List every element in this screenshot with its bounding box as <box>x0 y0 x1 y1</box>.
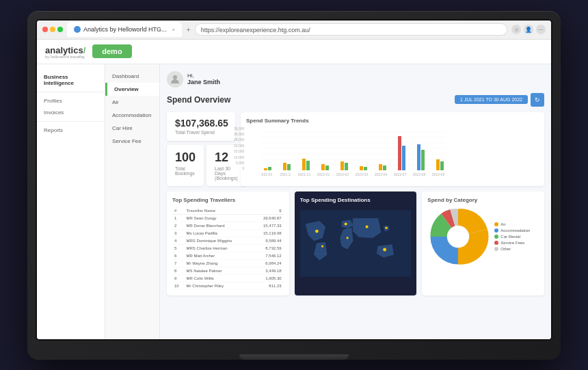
name-cell: Ms Lucas Padilla <box>184 229 252 237</box>
refresh-button[interactable]: ↻ <box>531 93 544 107</box>
tab-close-icon[interactable]: × <box>172 27 176 33</box>
table-row: 3 Ms Lucas Padilla 15,119.08 <box>172 229 284 237</box>
svg-point-0 <box>173 75 177 79</box>
svg-point-43 <box>385 226 387 228</box>
amount-cell: 8,732.59 <box>253 244 284 252</box>
logo-suffix: / <box>83 45 86 55</box>
sidebar-section-bi: Business Intelligence <box>37 71 105 89</box>
name-cell: MRS Dominique Wiggins <box>184 237 252 244</box>
spend-overview-title: Spend Overview <box>167 95 230 105</box>
svg-text:2021-2: 2021-2 <box>280 172 291 176</box>
legend-other-dot <box>494 247 498 251</box>
app-header: analytics/ by helloworld travelltg demo <box>37 40 551 64</box>
svg-rect-9 <box>268 167 271 170</box>
spend-overview-header: Spend Overview 1 JUL 2021 TO 30 AUG 2022… <box>167 93 544 107</box>
name-cell: MR Sean Dungy <box>184 214 252 222</box>
table-row: 7 Mr Wayne Zhang 6,984.24 <box>172 259 284 267</box>
table-row: 2 MR Donar Blanchard 15,477.33 <box>172 222 284 229</box>
sub-item-dashboard[interactable]: Dashboard <box>105 70 159 83</box>
svg-rect-12 <box>287 164 291 170</box>
name-cell: MR Colin Willis <box>184 274 252 282</box>
name-cell: Mr Wayne Zhang <box>184 259 252 267</box>
legend-car-rental-label: Car Rental <box>500 235 520 239</box>
amount-cell: 1,905.30 <box>253 274 284 282</box>
total-spend-card: $107,368.65 Total Travel Spend <box>167 112 235 141</box>
user-greeting: Hi, Jane Smith <box>167 71 220 88</box>
spend-by-category-card: Spend by Category <box>422 191 544 295</box>
sidebar-item-reports[interactable]: Reports <box>37 124 105 136</box>
minimize-dot[interactable] <box>50 27 55 32</box>
browser-tab[interactable]: Analytics by Helloworld HTG... × <box>67 22 182 37</box>
amount-cell: 9,589.44 <box>253 237 284 244</box>
table-row: 8 MS Natalee Palmer 3,449.18 <box>172 267 284 274</box>
amount-cell: 15,477.33 <box>253 222 284 229</box>
col-amount: $ <box>253 207 284 215</box>
svg-rect-35 <box>436 159 440 170</box>
svg-rect-24 <box>364 167 367 170</box>
user-bar: Hi, Jane Smith <box>167 71 544 88</box>
sub-item-service-fee[interactable]: Service Fee <box>105 135 159 148</box>
rank-cell: 3 <box>172 229 184 237</box>
svg-rect-26 <box>379 164 382 170</box>
sidebar: Business Intelligence Profiles Invoices … <box>37 64 105 339</box>
close-dot[interactable] <box>42 27 48 32</box>
svg-rect-15 <box>306 161 310 170</box>
bookmark-icon[interactable]: ☆ <box>511 25 521 34</box>
svg-rect-11 <box>283 163 286 170</box>
svg-rect-36 <box>440 161 444 170</box>
col-rank: # <box>172 207 184 215</box>
total-bookings-card: 100 Total Bookings <box>167 145 204 186</box>
rank-cell: 4 <box>172 237 184 244</box>
bar-chart-svg: 2021-01 2021-2 2021-11 <box>261 127 446 178</box>
sidebar-item-profiles[interactable]: Profiles <box>37 95 105 107</box>
svg-point-44 <box>321 245 323 247</box>
top-destinations-card: Top Spending Destinations <box>295 191 417 295</box>
amount-cell: 3,449.18 <box>253 267 284 274</box>
date-range-button[interactable]: 1 JUL 2021 TO 30 AUG 2022 <box>455 95 528 104</box>
sidebar-divider-2 <box>37 121 105 122</box>
sub-item-air[interactable]: Air <box>105 96 159 109</box>
menu-icon[interactable]: ⋯ <box>536 25 546 34</box>
svg-text:2022-01: 2022-01 <box>317 172 330 176</box>
svg-rect-20 <box>340 161 344 170</box>
new-tab-icon[interactable]: + <box>186 25 190 34</box>
legend-service-fees-label: Service Fees <box>500 241 524 245</box>
spenders-table: # Traveller Name $ 1 MR Sean Dungy 29,64… <box>172 207 284 290</box>
table-row: 9 MR Colin Willis 1,905.30 <box>172 274 284 282</box>
svg-point-41 <box>365 225 368 228</box>
svg-text:2022-02: 2022-02 <box>336 172 349 176</box>
stats-row: $107,368.65 Total Travel Spend 100 Total… <box>167 112 544 186</box>
legend-car-rental-dot <box>494 235 498 239</box>
sub-item-car-hire[interactable]: Car Hire <box>105 122 159 135</box>
rank-cell: 1 <box>172 214 184 222</box>
svg-point-39 <box>315 229 319 233</box>
svg-rect-32 <box>417 144 420 170</box>
col-name: Traveller Name <box>184 207 252 215</box>
account-icon[interactable]: 👤 <box>524 25 533 34</box>
bottom-row: Top Spending Travellers # Traveller Name… <box>167 191 544 295</box>
address-bar[interactable]: https://exploreanexperience.htg.com.au/ <box>195 23 507 36</box>
sub-item-accommodation[interactable]: Accommodation <box>105 109 159 122</box>
svg-rect-29 <box>398 136 401 170</box>
spend-summary-title: Spend Summary Trends <box>246 118 539 124</box>
svg-rect-27 <box>383 166 386 170</box>
pie-chart-svg <box>427 206 489 267</box>
avatar <box>167 71 183 88</box>
rank-cell: 9 <box>172 274 184 282</box>
legend-air-label: Air <box>500 222 505 226</box>
legend-service-fees: Service Fees <box>494 241 530 245</box>
maximize-dot[interactable] <box>57 27 63 32</box>
svg-point-40 <box>344 222 347 225</box>
svg-point-45 <box>346 237 348 239</box>
laptop-screen: Analytics by Helloworld HTG... × + https… <box>36 19 552 341</box>
table-row: 5 MRS Charlize Herman 8,732.59 <box>172 244 284 252</box>
tab-favicon <box>74 26 81 33</box>
amount-cell: 6,984.24 <box>253 259 284 267</box>
y-axis: 35,000 30,000 25,000 20,000 15,000 10,00… <box>234 127 244 171</box>
sub-item-overview[interactable]: Overview <box>105 83 159 96</box>
app-container: analytics/ by helloworld travelltg demo … <box>37 40 551 339</box>
sidebar-item-invoices[interactable]: Invoices <box>37 107 105 118</box>
demo-button[interactable]: demo <box>92 44 131 58</box>
name-cell: MS Natalee Palmer <box>184 267 252 274</box>
svg-rect-14 <box>302 159 306 170</box>
